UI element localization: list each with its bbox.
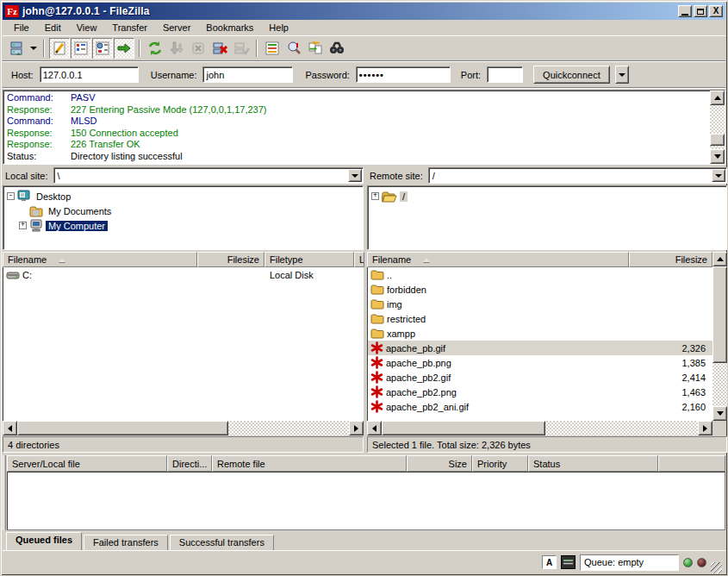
expand-expander[interactable]: + xyxy=(19,222,27,229)
remote-site-dropdown-button[interactable] xyxy=(712,169,725,182)
port-input[interactable] xyxy=(487,66,523,83)
quickconnect-button[interactable]: Quickconnect xyxy=(533,66,610,84)
reconnect-button[interactable] xyxy=(231,38,252,59)
tree-item-my-documents[interactable]: My Documents xyxy=(19,203,361,218)
speed-limits-icon[interactable] xyxy=(561,555,576,569)
scroll-up-button[interactable] xyxy=(710,91,725,105)
ascii-data-type-icon[interactable]: A xyxy=(542,555,557,569)
host-input[interactable] xyxy=(40,66,139,83)
remote-file-row[interactable]: apache_pb2.png 1,463 xyxy=(368,385,712,399)
scroll-thumb[interactable] xyxy=(17,421,228,435)
toggle-log-button[interactable] xyxy=(49,38,70,59)
remote-horizontal-scrollbar[interactable] xyxy=(367,421,712,435)
cancel-button[interactable] xyxy=(188,38,208,59)
remote-list-body[interactable]: .. forbidden img restricted xyxy=(367,267,712,421)
toggle-queue-button[interactable] xyxy=(114,38,134,59)
menu-view[interactable]: View xyxy=(69,21,105,34)
column-header-filesize[interactable]: Filesize xyxy=(197,252,264,267)
scroll-right-button[interactable] xyxy=(349,421,364,435)
queue-resize-grip[interactable] xyxy=(3,455,6,530)
column-header-filename[interactable]: Filename xyxy=(3,252,197,267)
folder-icon xyxy=(370,269,384,280)
column-header-remote-file[interactable]: Remote file xyxy=(212,455,407,472)
tree-item-desktop[interactable]: - Desktop xyxy=(7,189,361,203)
column-header-status[interactable]: Status xyxy=(528,455,658,472)
folder-icon xyxy=(370,298,384,310)
scroll-thumb[interactable] xyxy=(712,266,727,363)
remote-file-row[interactable]: img xyxy=(368,297,712,311)
refresh-button[interactable] xyxy=(145,38,165,59)
column-header-priority[interactable]: Priority xyxy=(472,455,528,472)
username-input[interactable] xyxy=(202,66,293,83)
compare-button[interactable] xyxy=(283,38,304,59)
password-input[interactable] xyxy=(356,66,451,83)
quickconnect-dropdown-button[interactable] xyxy=(615,66,629,84)
filter-button[interactable] xyxy=(262,38,283,59)
close-button[interactable]: X xyxy=(709,5,723,17)
tree-item-root[interactable]: + / xyxy=(371,189,725,203)
scroll-thumb[interactable] xyxy=(710,134,725,146)
disconnect-button[interactable] xyxy=(209,38,230,59)
scroll-down-button[interactable] xyxy=(710,149,725,164)
window-resize-grip[interactable] xyxy=(711,562,722,573)
sync-browsing-button[interactable] xyxy=(305,38,326,59)
column-header-filename[interactable]: Filename xyxy=(367,252,629,267)
local-directory-tree[interactable]: - Desktop My Documents + My Computer xyxy=(3,185,364,250)
scroll-up-button[interactable] xyxy=(712,252,727,266)
remote-file-row-selected[interactable]: apache_pb.gif 2,326 xyxy=(368,341,712,355)
message-log[interactable]: Command:PASV Response:227 Entering Passi… xyxy=(3,90,725,165)
menu-transfer[interactable]: Transfer xyxy=(104,21,155,34)
process-queue-button[interactable] xyxy=(166,38,187,59)
tab-failed-transfers[interactable]: Failed transfers xyxy=(84,535,168,551)
menu-bookmarks[interactable]: Bookmarks xyxy=(198,21,261,34)
expand-expander[interactable]: + xyxy=(371,192,379,200)
remote-directory-tree[interactable]: + / xyxy=(367,185,727,250)
site-manager-button[interactable] xyxy=(6,38,27,59)
queue-list-body[interactable] xyxy=(7,472,725,530)
remote-file-row[interactable]: apache_pb2.gif 2,414 xyxy=(368,370,712,385)
tab-queued-files[interactable]: Queued files xyxy=(6,532,82,551)
remote-file-row[interactable]: .. xyxy=(368,267,712,282)
collapse-expander[interactable]: - xyxy=(7,192,15,200)
menu-help[interactable]: Help xyxy=(261,21,296,34)
queue-status-text: Queue: empty xyxy=(584,557,644,567)
scroll-right-button[interactable] xyxy=(698,421,712,435)
remote-file-row[interactable]: xampp xyxy=(368,326,712,341)
remote-site-combobox[interactable]: / xyxy=(428,167,727,184)
menu-edit[interactable]: Edit xyxy=(37,21,69,34)
local-list-body[interactable]: C: Local Disk xyxy=(3,267,364,421)
scroll-left-button[interactable] xyxy=(367,421,382,435)
remote-file-row[interactable]: forbidden xyxy=(368,282,712,297)
remote-file-row[interactable]: apache_pb.png 1,385 xyxy=(368,355,712,370)
maximize-button[interactable] xyxy=(694,5,707,17)
column-header-filesize[interactable]: Filesize xyxy=(629,252,712,267)
column-header-filetype[interactable]: Filetype xyxy=(264,252,354,267)
column-header-last-modified[interactable]: L xyxy=(354,252,364,267)
menu-file[interactable]: File xyxy=(6,21,37,34)
site-manager-dropdown-button[interactable] xyxy=(28,38,39,59)
remote-vertical-scrollbar[interactable] xyxy=(712,252,727,421)
scroll-left-button[interactable] xyxy=(3,421,17,435)
local-site-combobox[interactable]: \ xyxy=(53,167,364,184)
log-scrollbar[interactable] xyxy=(710,91,725,164)
scroll-down-button[interactable] xyxy=(712,406,727,421)
image-file-icon xyxy=(370,385,383,398)
column-header-server-local-file[interactable]: Server/Local file xyxy=(7,455,167,472)
scroll-thumb[interactable] xyxy=(382,421,545,435)
local-file-row[interactable]: C: Local Disk xyxy=(3,267,364,282)
menu-server[interactable]: Server xyxy=(155,21,198,34)
remote-file-row[interactable]: restricted xyxy=(368,311,712,326)
tree-item-my-computer[interactable]: + My Computer xyxy=(19,218,361,233)
site-manager-icon xyxy=(8,40,25,57)
column-header-size[interactable]: Size xyxy=(407,455,472,472)
toggle-remote-tree-button[interactable] xyxy=(92,38,113,59)
local-site-dropdown-button[interactable] xyxy=(348,169,362,182)
local-horizontal-scrollbar[interactable] xyxy=(3,421,364,435)
minimize-button[interactable] xyxy=(678,5,692,17)
column-header-direction[interactable]: Directi... xyxy=(167,455,212,472)
tab-successful-transfers[interactable]: Successful transfers xyxy=(170,535,274,551)
title-bar[interactable]: Fz john@127.0.0.1 - FileZilla X xyxy=(3,3,725,20)
find-button[interactable] xyxy=(327,38,347,59)
toggle-local-tree-button[interactable] xyxy=(71,38,91,59)
remote-file-row[interactable]: apache_pb2_ani.gif 2,160 xyxy=(368,399,712,414)
